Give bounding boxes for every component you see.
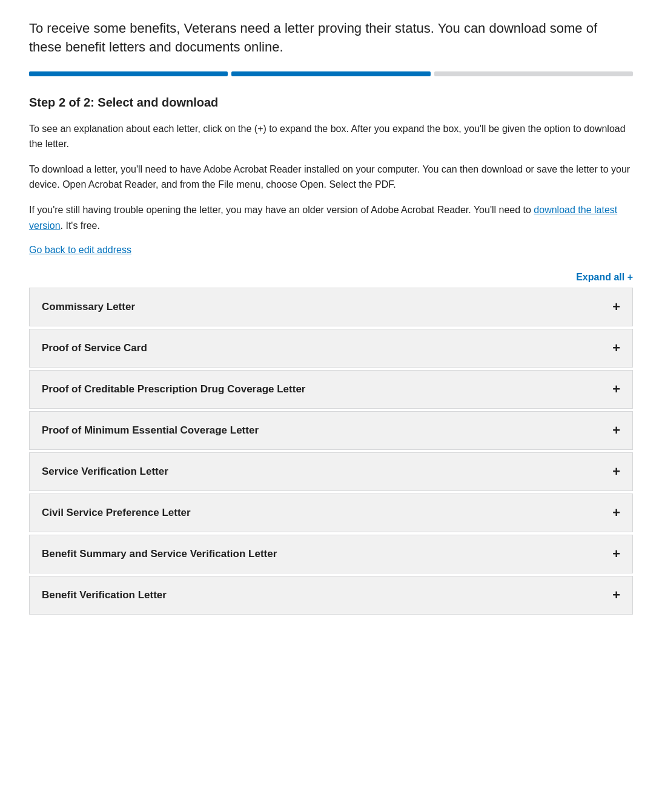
accordion-expand-icon-benefit-verification: + bbox=[612, 587, 620, 603]
progress-segment-3 bbox=[434, 71, 633, 76]
progress-segment-1 bbox=[29, 71, 228, 76]
accordion-label-benefit-verification: Benefit Verification Letter bbox=[42, 589, 167, 601]
page-container: To receive some benefits, Veterans need … bbox=[0, 0, 662, 646]
accordion-button-civil-service[interactable]: Civil Service Preference Letter+ bbox=[30, 494, 632, 532]
accordion-expand-icon-proof-minimum: + bbox=[612, 423, 620, 438]
accordion-expand-icon-service-verification: + bbox=[612, 464, 620, 480]
accordion-button-service-verification[interactable]: Service Verification Letter+ bbox=[30, 453, 632, 490]
accordion-label-proof-of-service: Proof of Service Card bbox=[42, 342, 147, 354]
accordion-expand-icon-commissary: + bbox=[612, 299, 620, 315]
accordion-label-proof-minimum: Proof of Minimum Essential Coverage Lett… bbox=[42, 424, 259, 437]
accordion-label-civil-service: Civil Service Preference Letter bbox=[42, 507, 191, 519]
go-back-link[interactable]: Go back to edit address bbox=[29, 243, 131, 257]
accordion-button-benefit-verification[interactable]: Benefit Verification Letter+ bbox=[30, 576, 632, 614]
instruction-1: To see an explanation about each letter,… bbox=[29, 121, 633, 152]
expand-all-button[interactable]: Expand all + bbox=[576, 272, 633, 283]
accordion-label-commissary: Commissary Letter bbox=[42, 301, 135, 313]
accordion-list: Commissary Letter+Proof of Service Card+… bbox=[29, 288, 633, 615]
accordion-button-proof-prescription[interactable]: Proof of Creditable Prescription Drug Co… bbox=[30, 371, 632, 408]
accordion-button-benefit-summary[interactable]: Benefit Summary and Service Verification… bbox=[30, 535, 632, 573]
progress-bar bbox=[29, 71, 633, 76]
instruction-2: To download a letter, you'll need to hav… bbox=[29, 162, 633, 193]
accordion-expand-icon-proof-prescription: + bbox=[612, 381, 620, 397]
accordion-expand-icon-civil-service: + bbox=[612, 505, 620, 521]
accordion-button-proof-minimum[interactable]: Proof of Minimum Essential Coverage Lett… bbox=[30, 412, 632, 449]
accordion-button-commissary[interactable]: Commissary Letter+ bbox=[30, 288, 632, 326]
accordion-expand-icon-proof-of-service: + bbox=[612, 340, 620, 356]
expand-all-container: Expand all + bbox=[29, 272, 633, 283]
accordion-item-proof-minimum: Proof of Minimum Essential Coverage Lett… bbox=[29, 411, 633, 450]
accordion-item-proof-of-service: Proof of Service Card+ bbox=[29, 329, 633, 368]
accordion-expand-icon-benefit-summary: + bbox=[612, 546, 620, 562]
progress-segment-2 bbox=[231, 71, 430, 76]
accordion-label-proof-prescription: Proof of Creditable Prescription Drug Co… bbox=[42, 383, 305, 395]
accordion-label-benefit-summary: Benefit Summary and Service Verification… bbox=[42, 548, 277, 560]
accordion-item-civil-service: Civil Service Preference Letter+ bbox=[29, 493, 633, 532]
accordion-item-service-verification: Service Verification Letter+ bbox=[29, 452, 633, 491]
accordion-item-benefit-verification: Benefit Verification Letter+ bbox=[29, 576, 633, 615]
accordion-item-benefit-summary: Benefit Summary and Service Verification… bbox=[29, 535, 633, 573]
step-heading: Step 2 of 2: Select and download bbox=[29, 93, 633, 111]
accordion-item-proof-prescription: Proof of Creditable Prescription Drug Co… bbox=[29, 370, 633, 409]
accordion-button-proof-of-service[interactable]: Proof of Service Card+ bbox=[30, 329, 632, 367]
instruction-3: If you're still having trouble opening t… bbox=[29, 202, 633, 233]
intro-text: To receive some benefits, Veterans need … bbox=[29, 19, 633, 57]
accordion-item-commissary: Commissary Letter+ bbox=[29, 288, 633, 326]
accordion-label-service-verification: Service Verification Letter bbox=[42, 466, 168, 478]
